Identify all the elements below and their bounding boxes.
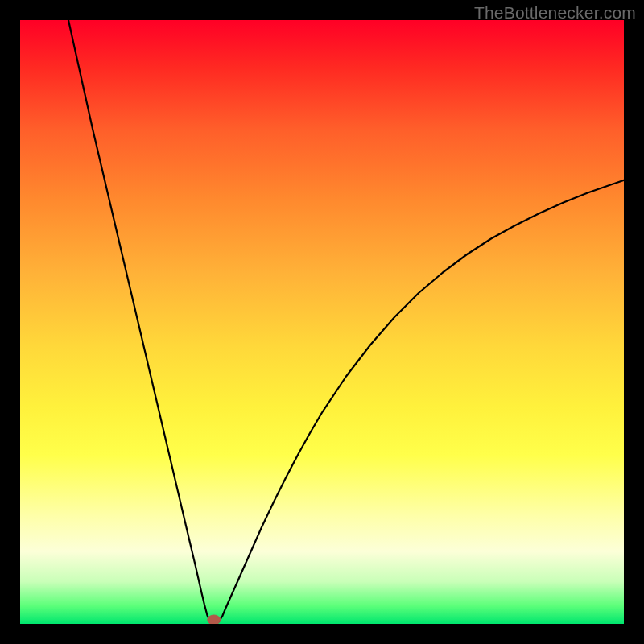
chart-frame: TheBottlenecker.com — [0, 0, 644, 644]
watermark-text: TheBottlenecker.com — [474, 3, 636, 23]
plot-svg — [20, 20, 624, 624]
bottleneck-curve — [68, 20, 624, 624]
minimum-marker — [208, 615, 221, 624]
plot-area — [20, 20, 624, 624]
